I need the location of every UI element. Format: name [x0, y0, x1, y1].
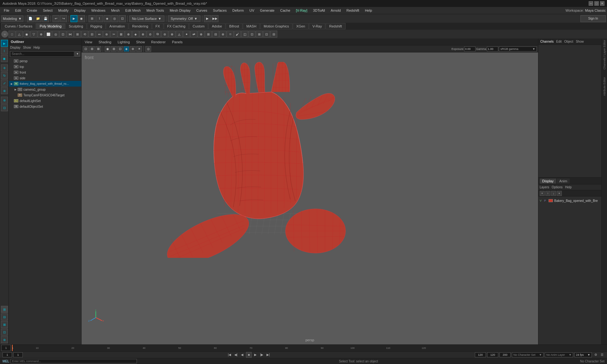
vp-menu-panels[interactable]: Panels: [170, 39, 185, 45]
menu-file[interactable]: File: [1, 7, 12, 14]
menu-surfaces[interactable]: Surfaces: [211, 7, 229, 14]
tab-custom[interactable]: Custom: [189, 23, 208, 29]
outliner-tab-show[interactable]: Show: [23, 46, 31, 49]
live-surface-button[interactable]: No Live Surface ▼: [129, 15, 164, 22]
vp-select-none[interactable]: ⊞: [89, 46, 95, 52]
minimize-button[interactable]: ─: [589, 1, 593, 6]
shelf-cone[interactable]: ▽: [30, 31, 37, 38]
exposure-input[interactable]: 0.00: [464, 46, 475, 52]
current-frame-input[interactable]: 1: [13, 352, 23, 357]
mel-input[interactable]: [10, 359, 137, 363]
vp-menu-view[interactable]: View: [83, 39, 94, 45]
shelf-merge[interactable]: ⊕: [169, 31, 175, 38]
new-layer-btn[interactable]: +: [540, 191, 545, 196]
tab-channels[interactable]: Channels: [540, 40, 554, 43]
menu-help[interactable]: Help: [362, 7, 375, 14]
new-button[interactable]: 📄: [27, 15, 34, 22]
viewport-content[interactable]: front: [82, 52, 538, 344]
vp-menu-shading[interactable]: Shading: [97, 39, 113, 45]
scale-tool[interactable]: ⤢: [1, 80, 8, 87]
shelf-multi-cut[interactable]: ✂: [110, 31, 117, 38]
playback-flag[interactable]: P: [544, 199, 547, 202]
vp-shaded-btn[interactable]: ◈: [124, 46, 129, 52]
shelf-connect[interactable]: ⊠: [118, 31, 125, 38]
snap-view-btn[interactable]: ◎: [111, 15, 118, 22]
shelf-circle[interactable]: ○: [1, 31, 8, 38]
end-frame-input[interactable]: 120: [475, 352, 486, 357]
tab-motion-graphics[interactable]: Motion Graphics: [260, 23, 292, 29]
gamma-input[interactable]: 1.00: [487, 46, 498, 52]
visibility-flag[interactable]: V: [540, 199, 543, 202]
outliner-tab-help[interactable]: Help: [34, 46, 40, 49]
save-button[interactable]: 💾: [42, 15, 49, 22]
lasso-tool[interactable]: ⌇: [1, 47, 8, 54]
vert-label-attribute[interactable]: Attribute Editor: [603, 77, 606, 96]
vp-wire-btn[interactable]: ⊡: [117, 46, 123, 52]
play-back-btn[interactable]: ◀: [240, 352, 245, 357]
shelf-sculpt[interactable]: ⌑: [227, 31, 234, 38]
undo-button[interactable]: ↩: [52, 15, 59, 22]
tab-fx[interactable]: FX: [152, 23, 163, 29]
vp-frame-all[interactable]: ⊠: [95, 46, 101, 52]
camera-options[interactable]: ⊠: [1, 321, 8, 328]
shelf-cyl[interactable]: ⊕: [38, 31, 45, 38]
menu-3dtoall[interactable]: 3DToAll: [310, 7, 328, 14]
tab-animation[interactable]: Animation: [106, 23, 128, 29]
menu-curves[interactable]: Curves: [194, 7, 210, 14]
shelf-smooth[interactable]: ⊛: [103, 31, 110, 38]
menu-deform[interactable]: Deform: [230, 7, 246, 14]
vp-camera-btn[interactable]: ◉: [105, 46, 110, 52]
snap-point-btn[interactable]: ◈: [104, 15, 111, 22]
outliner-item-side[interactable]: ▶ side: [9, 75, 81, 81]
close-button[interactable]: ✕: [600, 1, 604, 6]
tab-curves-surfaces[interactable]: Curves / Surfaces: [1, 23, 36, 29]
playhead[interactable]: [12, 345, 13, 351]
vp-menu-lighting[interactable]: Lighting: [116, 39, 132, 45]
outliner-tab-display[interactable]: Display: [10, 46, 21, 49]
step-back-btn[interactable]: ◀|: [233, 352, 238, 357]
shelf-unfold[interactable]: ⊡: [263, 31, 270, 38]
render-btn[interactable]: ▶: [204, 15, 211, 22]
menu-cache[interactable]: Cache: [278, 7, 293, 14]
shelf-plane[interactable]: ⬜: [45, 31, 52, 38]
shelf-tri[interactable]: △: [16, 31, 23, 38]
lasso-btn[interactable]: ◉: [78, 15, 85, 22]
snap-curve-btn[interactable]: ⌇: [96, 15, 103, 22]
shelf-bridge[interactable]: ⋈: [67, 31, 74, 38]
vp-isolate[interactable]: ◎: [145, 46, 151, 52]
timeline-track[interactable]: 1 1 10 20 30 40 50 60 70 80 90 100 110 1…: [0, 345, 607, 352]
menu-modify[interactable]: Modify: [56, 7, 71, 14]
outliner-item-persp[interactable]: ▶ persp: [9, 58, 81, 64]
tab-bifrost[interactable]: Bifrost: [226, 23, 242, 29]
universal-tool[interactable]: ⊕: [1, 87, 8, 94]
shelf-cube[interactable]: □: [9, 31, 15, 38]
shelf-boolean[interactable]: ⊕: [198, 31, 205, 38]
outliner-item-object-set[interactable]: S defaultObjectSet: [9, 104, 81, 109]
shelf-layout[interactable]: ⊟: [270, 31, 277, 38]
stop-btn[interactable]: ■: [246, 352, 252, 358]
menu-arnold[interactable]: Arnold: [328, 7, 343, 14]
shelf-transfer[interactable]: ⇄: [190, 31, 197, 38]
render-seq-btn[interactable]: ▶▶: [212, 15, 218, 22]
disp-sub-layers[interactable]: Layers: [540, 185, 549, 189]
shelf-split[interactable]: ⊟: [89, 31, 95, 38]
render-options[interactable]: ⊛: [1, 336, 8, 343]
tab-edit[interactable]: Edit: [556, 40, 561, 43]
redo-button[interactable]: ↪: [60, 15, 67, 22]
mode-dropdown[interactable]: Modeling ▼: [1, 15, 23, 22]
outliner-item-front[interactable]: ▶ front: [9, 70, 81, 75]
range-start-input[interactable]: 120: [487, 352, 498, 357]
shelf-sphere[interactable]: ◉: [23, 31, 30, 38]
no-anim-layer-dropdown[interactable]: No Anim Layer ▼: [545, 352, 573, 357]
vp-menu-renderer[interactable]: Renderer: [149, 39, 168, 45]
outliner-item-bakery[interactable]: ▶ M Bakery_Bag_opened_with_Bread_nc...: [9, 81, 81, 87]
history-options[interactable]: ⊡: [1, 329, 8, 336]
disp-tab-display[interactable]: Display: [540, 179, 556, 184]
disp-sub-options[interactable]: Options: [552, 185, 562, 189]
shelf-conform[interactable]: ⊛: [219, 31, 226, 38]
outliner-item-light-set[interactable]: L defaultLightSet: [9, 98, 81, 104]
play-fwd-btn[interactable]: ▶: [253, 352, 258, 357]
menu-select[interactable]: Select: [40, 7, 55, 14]
tab-object[interactable]: Object: [564, 40, 573, 43]
open-button[interactable]: 📁: [34, 15, 41, 22]
